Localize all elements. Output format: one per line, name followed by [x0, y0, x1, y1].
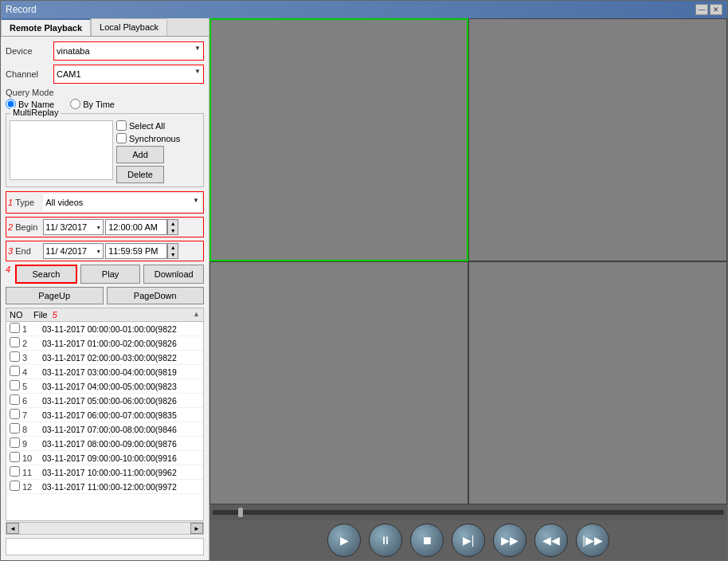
select-all-label: Select All [129, 121, 165, 131]
fast-forward-icon: ▶▶ [501, 534, 519, 547]
file-row-checkbox[interactable] [10, 481, 20, 491]
file-row-name: 03-11-2017 08:00:00-09:00:00(9876 [42, 439, 200, 449]
minimize-button[interactable]: — [695, 4, 708, 15]
device-combo-wrapper: vinataba [53, 41, 204, 61]
file-list[interactable]: 1 03-11-2017 00:00:00-01:00:00(9822 2 03… [6, 321, 204, 521]
query-by-time-radio[interactable] [70, 99, 80, 109]
tab-remote-playback[interactable]: Remote Playback [1, 18, 91, 36]
play-button[interactable]: Play [80, 265, 141, 284]
multireplay-list [10, 120, 113, 180]
synchronous-checkbox[interactable] [116, 133, 127, 143]
synchronous-row: Synchronous [116, 133, 180, 143]
title-bar-controls: — ✕ [695, 4, 722, 15]
file-row-checkbox[interactable] [10, 394, 20, 405]
begin-time-up[interactable]: ▲ [168, 220, 178, 227]
pause-ctrl-button[interactable]: ⏸ [369, 524, 402, 557]
stop-ctrl-button[interactable]: ⏹ [410, 524, 444, 557]
end-time-up[interactable]: ▲ [168, 244, 178, 251]
list-item[interactable]: 12 03-11-2017 11:00:00-12:00:00(9972 [6, 480, 203, 494]
file-row-name: 03-11-2017 11:00:00-12:00:00(9972 [42, 482, 200, 492]
channel-row: Channel CAM1 [6, 65, 204, 84]
list-item[interactable]: 5 03-11-2017 04:00:00-05:00:00(9823 [6, 379, 203, 394]
device-row: Device vinataba [6, 41, 204, 61]
query-by-time-option[interactable]: By Time [70, 99, 115, 109]
add-button[interactable]: Add [116, 146, 164, 163]
file-row-no: 10 [22, 453, 42, 463]
file-row-checkbox[interactable] [10, 366, 20, 376]
fast-forward-ctrl-button[interactable]: ▶▶ [493, 524, 526, 557]
begin-time-down[interactable]: ▼ [168, 227, 178, 234]
page-up-button[interactable]: PageUp [6, 287, 104, 304]
end-date-input[interactable] [44, 245, 96, 257]
forward-ctrl-button[interactable]: ▶| [452, 524, 485, 557]
file-row-checkbox[interactable] [10, 337, 20, 347]
scroll-left-arrow[interactable]: ◄ [6, 523, 19, 534]
bottom-input[interactable] [6, 538, 204, 555]
download-button[interactable]: Download [143, 265, 204, 284]
file-row-no: 6 [22, 396, 42, 406]
video-cell-1 [209, 18, 468, 261]
rewind-ctrl-button[interactable]: ◀◀ [534, 524, 568, 557]
multireplay-title: MultiReplay [10, 108, 61, 117]
list-item[interactable]: 8 03-11-2017 07:00:00-08:00:00(9846 [6, 422, 203, 437]
end-num: 3 [8, 246, 13, 256]
scroll-right-arrow[interactable]: ► [190, 523, 203, 534]
delete-button[interactable]: Delete [116, 166, 164, 183]
list-item[interactable]: 7 03-11-2017 06:00:00-07:00:00(9835 [6, 408, 203, 422]
list-item[interactable]: 9 03-11-2017 08:00:00-09:00:00(9876 [6, 437, 203, 451]
file-row-checkbox[interactable] [10, 351, 20, 362]
file-count: 5 [53, 310, 57, 320]
file-row-no: 4 [22, 367, 42, 377]
list-item[interactable]: 11 03-11-2017 10:00:00-11:00:00(9962 [6, 465, 203, 480]
begin-date-wrapper [43, 219, 104, 235]
close-button[interactable]: ✕ [710, 4, 722, 15]
device-select[interactable]: vinataba [54, 42, 203, 60]
file-row-name: 03-11-2017 00:00:00-01:00:00(9822 [42, 324, 200, 334]
file-row-checkbox[interactable] [10, 437, 20, 448]
file-row-checkbox[interactable] [10, 466, 20, 477]
type-select[interactable]: All videos Regular Alarm Motion [43, 194, 202, 211]
file-row-no: 7 [22, 410, 42, 420]
channel-select[interactable]: CAM1 [54, 65, 203, 83]
video-cell-2 [468, 18, 727, 261]
begin-row: 2 Begin ▲ ▼ [6, 217, 204, 237]
file-row-checkbox[interactable] [10, 380, 20, 390]
end-time-down[interactable]: ▼ [168, 251, 178, 258]
list-item[interactable]: 1 03-11-2017 00:00:00-01:00:00(9822 [6, 322, 203, 336]
list-item[interactable]: 10 03-11-2017 09:00:00-10:00:00(9916 [6, 451, 203, 465]
file-row-no: 8 [22, 425, 42, 434]
file-row-checkbox[interactable] [10, 409, 20, 419]
progress-thumb [238, 508, 243, 517]
search-button[interactable]: Search [15, 265, 77, 284]
tab-local-playback[interactable]: Local Playback [91, 18, 167, 36]
synchronous-label: Synchronous [129, 134, 180, 143]
begin-time-input[interactable] [105, 219, 167, 235]
file-row-no: 9 [22, 439, 42, 449]
scroll-track[interactable] [19, 523, 190, 534]
progress-track[interactable] [213, 510, 724, 515]
list-item[interactable]: 2 03-11-2017 01:00:00-02:00:00(9826 [6, 336, 203, 351]
end-time-input[interactable] [105, 243, 167, 259]
progress-bar-area [209, 504, 727, 520]
file-row-name: 03-11-2017 07:00:00-08:00:00(9846 [42, 425, 200, 434]
list-item[interactable]: 6 03-11-2017 05:00:00-06:00:00(9826 [6, 394, 203, 408]
file-row-checkbox[interactable] [10, 323, 20, 333]
select-all-checkbox[interactable] [116, 120, 127, 131]
begin-date-input[interactable] [44, 222, 96, 233]
list-item[interactable]: 3 03-11-2017 02:00:00-03:00:00(9822 [6, 351, 203, 365]
file-row-checkbox[interactable] [10, 423, 20, 434]
file-row-checkbox[interactable] [10, 452, 20, 462]
page-down-button[interactable]: PageDown [107, 287, 205, 304]
file-header-file: File 5 [33, 310, 193, 320]
end-time-spinner: ▲ ▼ [167, 243, 178, 259]
multireplay-section: MultiReplay Select All Synchronous [6, 113, 204, 187]
fast-forward2-ctrl-button[interactable]: |▶▶ [576, 524, 609, 557]
left-panel: Remote Playback Local Playback Device vi… [1, 18, 209, 560]
file-row-name: 03-11-2017 06:00:00-07:00:00(9835 [42, 410, 200, 420]
query-by-time-label: By Time [83, 100, 115, 109]
type-num: 1 [8, 198, 13, 207]
file-row-no: 2 [22, 339, 42, 348]
play-ctrl-button[interactable]: ▶ [327, 524, 361, 557]
select-all-row: Select All [116, 120, 180, 131]
list-item[interactable]: 4 03-11-2017 03:00:00-04:00:00(9819 [6, 365, 203, 379]
